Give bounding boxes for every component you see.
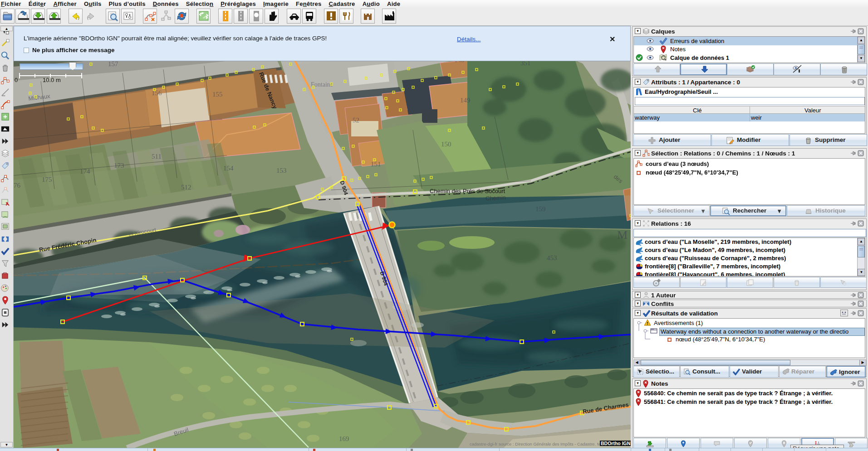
- svg-text:453: 453: [547, 254, 557, 262]
- svg-text:512: 512: [181, 184, 191, 191]
- svg-text:150: 150: [441, 141, 451, 148]
- svg-text:52: 52: [353, 116, 359, 124]
- svg-text:511: 511: [152, 153, 162, 160]
- svg-text:76: 76: [14, 182, 21, 189]
- svg-text:173: 173: [114, 162, 124, 169]
- svg-text:159: 159: [535, 205, 546, 213]
- svg-text:169: 169: [339, 435, 349, 442]
- svg-text:M: M: [617, 228, 628, 242]
- svg-text:174: 174: [80, 168, 90, 175]
- svg-text:153: 153: [276, 167, 287, 174]
- svg-text:154: 154: [223, 165, 234, 172]
- svg-text:157: 157: [108, 60, 118, 68]
- svg-text:155: 155: [212, 91, 223, 98]
- svg-text:175: 175: [42, 176, 52, 183]
- svg-text:149: 149: [460, 97, 471, 104]
- svg-text:151: 151: [371, 160, 381, 168]
